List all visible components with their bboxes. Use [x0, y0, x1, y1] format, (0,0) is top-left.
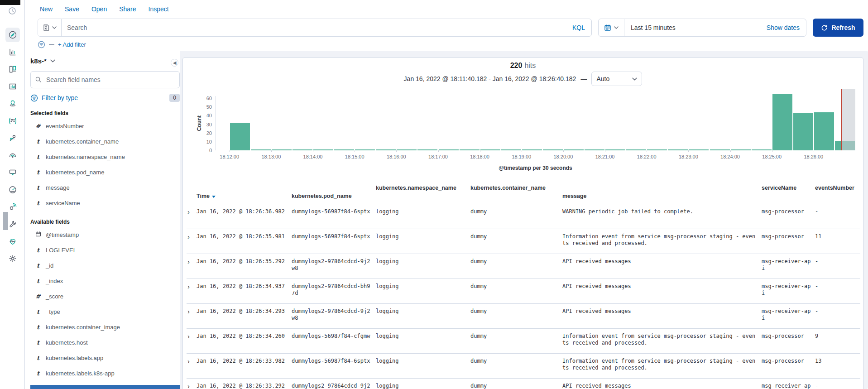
field-item-kubernetes.container_image[interactable]: tkubernetes.container_image: [30, 319, 180, 335]
histogram-bar[interactable]: [752, 149, 772, 150]
field-item-_index[interactable]: t_index: [30, 273, 180, 288]
histogram-bar[interactable]: [626, 149, 646, 150]
histogram-bar[interactable]: [334, 149, 354, 150]
filter-by-type-link[interactable]: Filter by type: [42, 94, 169, 101]
histogram-bar[interactable]: [564, 149, 584, 150]
expand-row-button[interactable]: ›: [187, 229, 197, 254]
field-item-eventsNumber[interactable]: #eventsNumber: [30, 118, 180, 134]
histogram-bar[interactable]: [501, 149, 521, 150]
expand-row-button[interactable]: ›: [187, 328, 197, 353]
histogram-bar[interactable]: [313, 149, 333, 150]
filter-icon[interactable]: [38, 41, 45, 48]
nav-link-new[interactable]: New: [40, 5, 53, 13]
field-item-kubernetes.labels.k8s-app[interactable]: tkubernetes.labels.k8s-app: [30, 365, 180, 381]
nav-app-dashboard[interactable]: [0, 61, 25, 78]
kql-label[interactable]: KQL: [566, 24, 591, 31]
documents-table: Timekubernetes.pod_namekubernetes.namesp…: [187, 181, 860, 389]
show-dates-link[interactable]: Show dates: [767, 24, 806, 31]
histogram-bar[interactable]: [605, 149, 625, 150]
field-item-@timestamp[interactable]: @timestamp: [30, 227, 180, 242]
add-filter-link[interactable]: + Add filter: [58, 41, 86, 48]
histogram-bar[interactable]: [460, 149, 480, 150]
calendar-menu-button[interactable]: [599, 19, 624, 36]
nav-link-inspect[interactable]: Inspect: [149, 5, 169, 13]
field-item-serviceName[interactable]: tserviceName: [30, 195, 180, 211]
histogram-bar[interactable]: [230, 123, 250, 150]
field-item-message[interactable]: tmessage: [30, 180, 180, 195]
histogram-chart[interactable]: Count010203040506018:12:0018:13:0018:14:…: [187, 88, 859, 174]
nav-app-stack-monitoring[interactable]: [0, 233, 25, 250]
column-header-kubernetes-container-name[interactable]: kubernetes.container_name: [470, 181, 562, 204]
column-header-message[interactable]: message: [562, 181, 762, 204]
field-item-kubernetes.namespace_name[interactable]: tkubernetes.namespace_name: [30, 149, 180, 164]
sort-desc-icon[interactable]: [212, 196, 216, 198]
field-item-_type[interactable]: t_type: [30, 304, 180, 319]
saved-query-menu-button[interactable]: [38, 19, 62, 36]
column-header-kubernetes-namespace-name[interactable]: kubernetes.namespace_name: [376, 181, 470, 204]
column-header-kubernetes-pod-name[interactable]: kubernetes.pod_name: [292, 181, 376, 204]
nav-app-discover[interactable]: [0, 26, 25, 43]
histogram-bar[interactable]: [480, 149, 500, 150]
histogram-bar[interactable]: [710, 149, 730, 150]
collapse-sidebar-button[interactable]: ◀: [171, 59, 178, 67]
field-item-LOGLEVEL[interactable]: tLOGLEVEL: [30, 242, 180, 258]
string-field-icon: t: [35, 339, 41, 346]
histogram-bar[interactable]: [417, 149, 437, 150]
histogram-bar[interactable]: [731, 149, 751, 150]
nav-app-metrics[interactable]: [0, 181, 25, 198]
histogram-bar[interactable]: [689, 149, 709, 150]
histogram-bar[interactable]: [522, 149, 542, 150]
field-search-input[interactable]: [30, 71, 180, 88]
histogram-bar[interactable]: [647, 149, 667, 150]
search-input[interactable]: [62, 24, 566, 31]
histogram-bar[interactable]: [543, 149, 563, 150]
index-pattern-switcher[interactable]: k8s-*: [30, 51, 180, 65]
nav-app-visualize[interactable]: [0, 43, 25, 61]
histogram-bar[interactable]: [793, 113, 813, 150]
expand-row-button[interactable]: ›: [187, 303, 197, 328]
histogram-bar[interactable]: [376, 149, 396, 150]
recently-viewed-icon[interactable]: [8, 6, 17, 17]
expand-row-button[interactable]: ›: [187, 204, 197, 229]
field-item-_id[interactable]: t_id: [30, 258, 180, 273]
field-item-kubernetes.container_name[interactable]: tkubernetes.container_name: [30, 134, 180, 149]
column-header-time[interactable]: Time: [197, 181, 292, 204]
nav-app-observability[interactable]: [0, 147, 25, 164]
refresh-button[interactable]: Refresh: [813, 19, 863, 37]
nav-app-graph[interactable]: [0, 130, 25, 147]
nav-app-machine-learning[interactable]: [0, 112, 25, 130]
column-header-servicename[interactable]: serviceName: [762, 181, 815, 204]
histogram-bar[interactable]: [355, 149, 375, 150]
nav-link-save[interactable]: Save: [65, 5, 79, 13]
histogram-bar[interactable]: [772, 94, 792, 150]
histogram-bar[interactable]: [251, 149, 271, 150]
nav-app-stack-management[interactable]: [0, 250, 25, 267]
nav-app-maps[interactable]: [0, 95, 25, 112]
uptime-icon: [8, 168, 17, 177]
field-item-kubernetes.host[interactable]: tkubernetes.host: [30, 335, 180, 350]
expand-row-button[interactable]: ›: [187, 279, 197, 303]
histogram-bar[interactable]: [439, 149, 459, 150]
nav-app-uptime[interactable]: [0, 164, 25, 181]
cell-container: dummy: [470, 279, 562, 303]
histogram-bar[interactable]: [585, 149, 604, 150]
time-range-value[interactable]: Last 15 minutes: [624, 24, 767, 31]
nav-app-canvas[interactable]: [0, 78, 25, 95]
histogram-bar[interactable]: [293, 149, 312, 150]
stack-monitoring-icon: [8, 237, 17, 246]
scrollbar-thumb[interactable]: [3, 212, 8, 230]
column-header-eventsnumber[interactable]: eventsNumber: [815, 181, 860, 204]
histogram-bar[interactable]: [397, 149, 417, 150]
field-item-kubernetes.pod_name[interactable]: tkubernetes.pod_name: [30, 164, 180, 180]
expand-row-button[interactable]: ›: [187, 353, 197, 378]
interval-select[interactable]: Auto: [591, 72, 642, 86]
nav-link-share[interactable]: Share: [119, 5, 136, 13]
nav-link-open[interactable]: Open: [91, 5, 107, 13]
histogram-bar[interactable]: [814, 112, 834, 150]
expand-row-button[interactable]: ›: [187, 378, 197, 389]
field-item-kubernetes.labels.app[interactable]: tkubernetes.labels.app: [30, 350, 180, 365]
histogram-bar[interactable]: [668, 149, 688, 150]
histogram-bar[interactable]: [272, 149, 292, 150]
field-item-_score[interactable]: #_score: [30, 288, 180, 304]
expand-row-button[interactable]: ›: [187, 254, 197, 279]
